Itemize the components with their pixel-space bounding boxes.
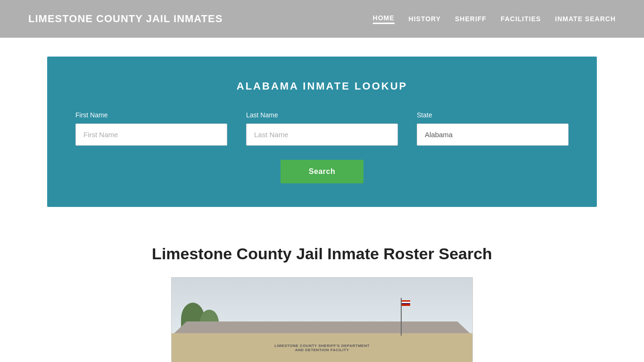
nav-history[interactable]: HISTORY <box>409 15 441 23</box>
main-nav: HOME HISTORY SHERIFF FACILITIES INMATE S… <box>373 14 616 24</box>
state-group: State <box>417 111 569 146</box>
building-caption: LIMESTONE COUNTY SHERIFF'S DEPARTMENTAND… <box>274 344 370 352</box>
last-name-group: Last Name <box>246 111 398 146</box>
nav-sheriff[interactable]: SHERIFF <box>455 15 487 23</box>
site-title: LIMESTONE COUNTY JAIL INMATES <box>28 13 223 25</box>
main-content: Limestone County Jail Inmate Roster Sear… <box>0 226 644 362</box>
search-button-row: Search <box>75 160 569 183</box>
state-input[interactable] <box>417 123 569 146</box>
nav-inmate-search[interactable]: INMATE SEARCH <box>555 15 616 23</box>
search-form-row: First Name Last Name State <box>75 111 569 146</box>
state-label: State <box>417 111 569 119</box>
site-header: LIMESTONE COUNTY JAIL INMATES HOME HISTO… <box>0 0 644 38</box>
building-image: LIMESTONE COUNTY SHERIFF'S DEPARTMENTAND… <box>171 277 473 362</box>
nav-home[interactable]: HOME <box>373 14 395 24</box>
nav-facilities[interactable]: FACILITIES <box>501 15 541 23</box>
first-name-group: First Name <box>75 111 227 146</box>
inmate-lookup-section: ALABAMA INMATE LOOKUP First Name Last Na… <box>47 57 597 207</box>
last-name-input[interactable] <box>246 123 398 146</box>
first-name-label: First Name <box>75 111 227 119</box>
first-name-input[interactable] <box>75 123 227 146</box>
flag <box>402 300 410 306</box>
flag-pole <box>401 298 402 336</box>
page-heading: Limestone County Jail Inmate Roster Sear… <box>47 245 597 263</box>
search-button[interactable]: Search <box>281 160 363 183</box>
last-name-label: Last Name <box>246 111 398 119</box>
lookup-title: ALABAMA INMATE LOOKUP <box>75 80 569 92</box>
